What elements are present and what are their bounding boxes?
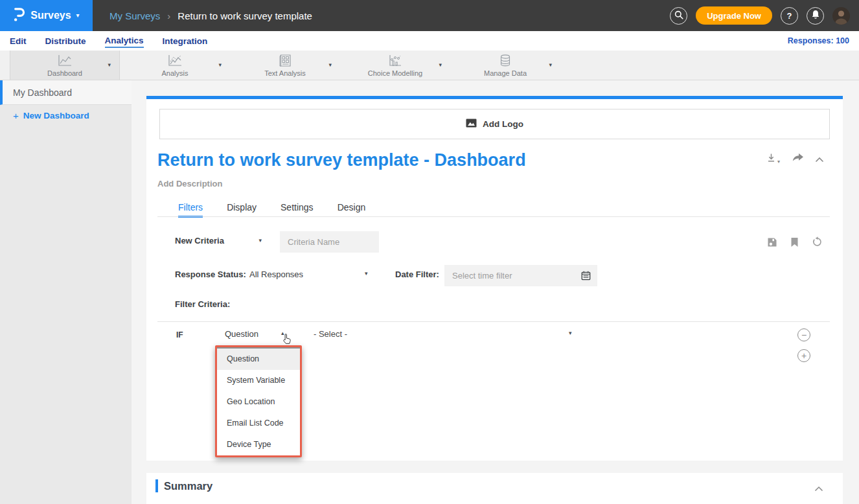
criteria-actions [767,236,823,250]
minus-icon: − [801,330,807,340]
breadcrumb-current: Return to work survey template [178,10,312,21]
dropdown-option-email-list-code[interactable]: Email List Code [217,413,300,434]
question-mark-icon: ? [787,11,792,21]
chevron-up-icon[interactable]: ▴ [281,330,284,336]
breadcrumb: My Surveys › Return to work survey templ… [109,10,312,21]
responses-count[interactable]: Responses: 100 [788,31,849,51]
chevron-down-icon: ▾ [777,159,780,165]
card-accent-bar [146,96,843,99]
date-filter-field [444,265,597,286]
title-actions: ▾ [766,153,824,165]
nav-analytics[interactable]: Analytics [105,34,144,48]
dropdown-list: Question System Variable Geo Location Em… [217,347,300,455]
toolbar-item-manage-data[interactable]: ▾ Manage Data [450,51,560,80]
product-switcher[interactable]: Surveys ▾ [0,0,93,31]
dashboard-sidebar: My Dashboard + New Dashboard [0,80,132,504]
if-label: IF [176,330,183,339]
response-status-label: Response Status: [175,269,246,279]
response-status-dropdown[interactable]: All Responses [249,269,303,279]
chevron-down-icon: ▾ [258,238,262,244]
add-logo-button[interactable]: Add Logo [159,109,830,139]
toolbar-item-dashboard[interactable]: ▾ Dashboard [10,51,120,80]
tab-filters[interactable]: Filters [178,202,203,218]
save-button[interactable] [767,237,777,250]
plus-icon: + [801,350,807,361]
settings-tabs: Filters Display Settings Design [178,202,365,218]
app-root: Surveys ▾ My Surveys › Return to work su… [0,0,859,504]
nav-edit[interactable]: Edit [10,34,27,47]
nav-distribute[interactable]: Distribute [45,34,86,47]
chevron-down-icon: ▾ [549,62,552,68]
filter-criteria-label: Filter Criteria: [175,299,230,309]
chevron-up-icon [814,483,823,494]
bookmark-icon [790,238,799,249]
notifications-button[interactable] [807,7,824,25]
new-dashboard-button[interactable]: + New Dashboard [13,111,89,120]
plus-icon: + [13,111,19,120]
chevron-down-icon: ▾ [108,62,111,68]
toolbar-item-choice-modelling[interactable]: ▾ Choice Modelling [340,51,450,80]
search-button[interactable] [670,7,687,25]
summary-collapse-button[interactable] [814,483,823,494]
divider [157,216,830,217]
chevron-down-icon: ▾ [218,62,222,68]
help-button[interactable]: ? [781,7,798,25]
product-name: Surveys [30,10,71,21]
add-criteria-button[interactable]: + [797,349,810,362]
bell-icon [811,10,820,21]
divider [157,321,830,322]
download-icon [766,153,776,165]
chevron-up-icon [815,154,824,165]
chevron-down-icon: ▾ [439,62,442,68]
questionpro-logo-icon [13,6,25,25]
analytics-toolbar: ▾ Dashboard ▾ Analysis [0,51,859,80]
summary-card: Summary [146,473,843,504]
page-title[interactable]: Return to work survey template - Dashboa… [157,150,526,170]
date-filter-label: Date Filter: [395,269,439,279]
criteria-type-dropdown[interactable]: New Criteria ▾ [175,236,262,246]
collapse-button[interactable] [815,154,824,165]
tab-display[interactable]: Display [227,202,257,218]
toolbar-item-analysis[interactable]: ▾ Analysis [120,51,230,80]
upgrade-now-button[interactable]: Upgrade Now [696,6,772,25]
criteria-type-open-dropdown: Question System Variable Geo Location Em… [215,345,302,457]
tab-design[interactable]: Design [338,202,366,218]
summary-title: Summary [164,480,212,492]
dropdown-option-question[interactable]: Question [217,349,300,370]
chevron-down-icon[interactable]: ▾ [365,271,368,277]
criteria-name-input[interactable] [280,231,379,253]
topbar: Surveys ▾ My Surveys › Return to work su… [0,0,859,31]
dropdown-option-device-type[interactable]: Device Type [217,434,300,455]
nav-integration[interactable]: Integration [163,34,208,47]
reset-icon [812,238,823,249]
sidebar-item-my-dashboard[interactable]: My Dashboard [0,80,132,105]
dropdown-option-geo-location[interactable]: Geo Location [217,391,300,413]
chevron-down-icon[interactable]: ▾ [569,330,572,336]
toolbar-item-text-analysis[interactable]: ▾ Text Analysis [230,51,340,80]
add-description-button[interactable]: Add Description [157,179,222,189]
breadcrumb-separator-icon: › [167,10,170,21]
breadcrumb-my-surveys[interactable]: My Surveys [109,10,160,21]
dropdown-option-system-variable[interactable]: System Variable [217,370,300,391]
share-icon [791,154,804,165]
share-button[interactable] [791,153,804,165]
tab-settings[interactable]: Settings [281,202,314,218]
condition-type-dropdown[interactable]: Question [225,329,258,339]
question-select-dropdown[interactable]: - Select - [314,329,347,339]
survey-nav: Edit Distribute Analytics Integration Re… [0,31,859,51]
chevron-down-icon: ▾ [328,62,332,68]
bookmark-button[interactable] [790,237,799,250]
summary-accent-bar [155,479,158,492]
download-button[interactable]: ▾ [766,153,780,165]
reset-button[interactable] [812,236,823,250]
chevron-down-icon: ▾ [76,12,80,19]
image-icon [466,119,477,130]
avatar[interactable] [832,7,850,25]
remove-criteria-button[interactable]: − [797,328,810,341]
calendar-icon[interactable] [581,271,591,283]
search-icon [674,10,683,21]
topbar-actions: Upgrade Now ? [670,6,859,25]
date-filter-input[interactable] [444,265,597,286]
save-icon [767,238,777,249]
